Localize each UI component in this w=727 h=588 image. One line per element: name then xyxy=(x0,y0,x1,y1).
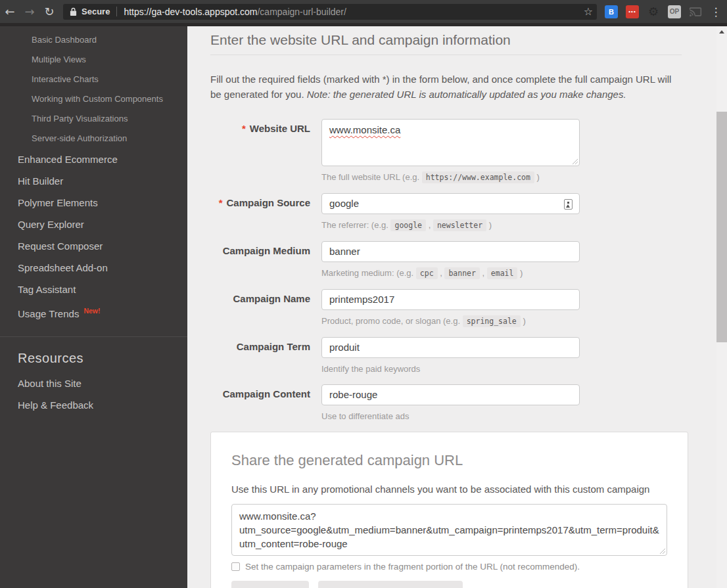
field-label: *Campaign Source xyxy=(210,193,310,231)
sidebar-subitem-multiple-views[interactable]: Multiple Views xyxy=(0,50,187,70)
sidebar-divider xyxy=(0,336,187,337)
form-row-campaign-source: *Campaign SourcegoogleThe referrer: (e.g… xyxy=(210,193,682,231)
required-asterisk: * xyxy=(242,123,246,134)
field-label: Campaign Name xyxy=(210,289,310,327)
share-subtitle: Use this URL in any promotional channels… xyxy=(231,484,667,495)
sidebar-item-enhanced-ecommerce[interactable]: Enhanced Ecommerce xyxy=(0,148,187,170)
field-label: Campaign Medium xyxy=(210,241,310,279)
sidebar-item-query-explorer[interactable]: Query Explorer xyxy=(0,214,187,235)
generated-url-text: www.monsite.ca?​utm_source=google&utm_me… xyxy=(239,510,659,549)
field-help: The referrer: (e.g. google , newsletter … xyxy=(321,219,580,231)
scroll-up-arrow[interactable] xyxy=(719,30,724,34)
campaign-form: *Website URLwww.monsite.caThe full websi… xyxy=(210,119,682,422)
form-row-campaign-term: Campaign TermproduitIdentify the paid ke… xyxy=(210,337,682,374)
sidebar-item-request-composer[interactable]: Request Composer xyxy=(0,235,187,257)
form-row-campaign-medium: Campaign MediumbannerMarketing medium: (… xyxy=(210,241,682,279)
blue-extension-icon[interactable]: B xyxy=(605,5,618,18)
op-extension-icon[interactable]: OP xyxy=(668,5,681,18)
input-value: google xyxy=(329,194,359,214)
main-content: Enter the website URL and campaign infor… xyxy=(187,26,716,588)
sidebar-subitem-basic-dashboard[interactable]: Basic Dashboard xyxy=(0,30,187,50)
code-chip: cpc xyxy=(416,267,438,279)
sidebar-resources-list: About this SiteHelp & Feedback xyxy=(0,373,187,416)
code-chip: https://www.example.com xyxy=(422,171,534,183)
share-title: Share the generated campaign URL xyxy=(231,451,667,470)
field-help: Identify the paid keywords xyxy=(321,363,580,374)
code-chip: banner xyxy=(444,267,480,279)
page-title: Enter the website URL and campaign infor… xyxy=(210,32,682,55)
form-row-website-url: *Website URLwww.monsite.caThe full websi… xyxy=(210,119,682,183)
shorten-url-button[interactable] xyxy=(318,581,463,588)
sidebar-demo-sublist: Basic DashboardMultiple ViewsInteractive… xyxy=(0,30,187,148)
sidebar: Basic DashboardMultiple ViewsInteractive… xyxy=(0,26,187,588)
address-bar[interactable]: Secure https://ga-dev-tools.appspot.com/… xyxy=(63,4,597,20)
input-value: robe-rouge xyxy=(329,385,377,405)
page-scrollbar[interactable] xyxy=(716,26,727,588)
generated-url-input[interactable]: www.monsite.ca?​utm_source=google&utm_me… xyxy=(231,504,667,556)
browser-toolbar: ← → ↻ Secure https://ga-dev-tools.appspo… xyxy=(0,0,727,23)
field-help: Use to differentiate ads xyxy=(321,411,580,422)
forward-icon[interactable]: → xyxy=(20,5,39,18)
code-chip: google xyxy=(390,219,426,231)
fragment-option-row: Set the campaign parameters in the fragm… xyxy=(231,561,667,573)
gear-extension-icon[interactable]: ⚙ xyxy=(647,5,660,18)
scrollbar-thumb[interactable] xyxy=(716,112,727,342)
field-help: Marketing medium: (e.g. cpc , banner , e… xyxy=(321,267,580,279)
intro-text: Fill out the required fields (marked wit… xyxy=(210,72,682,102)
share-buttons-row xyxy=(231,581,667,588)
sidebar-subitem-working-with-custom-components[interactable]: Working with Custom Components xyxy=(0,89,187,109)
browser-menu-icon[interactable]: ⋮ xyxy=(707,5,724,18)
new-badge: New! xyxy=(83,307,100,315)
sidebar-item-usage-trends[interactable]: Usage TrendsNew! xyxy=(0,300,187,322)
campaign-medium-input[interactable]: banner xyxy=(321,241,580,262)
sidebar-item-tag-assistant[interactable]: Tag Assistant xyxy=(0,279,187,300)
resize-handle[interactable] xyxy=(659,547,665,554)
resources-heading: Resources xyxy=(0,349,187,367)
input-value: printemps2017 xyxy=(329,290,394,309)
fragment-checkbox-label: Set the campaign parameters in the fragm… xyxy=(245,561,580,573)
resize-handle[interactable] xyxy=(571,158,578,164)
sidebar-item-help-feedback[interactable]: Help & Feedback xyxy=(0,394,187,416)
sidebar-subitem-third-party-visualizations[interactable]: Third Party Visualizations xyxy=(0,109,187,129)
website-url-input[interactable]: www.monsite.ca xyxy=(321,119,580,166)
security-label: Secure xyxy=(82,7,110,16)
copy-url-button[interactable] xyxy=(231,581,309,588)
code-chip: email xyxy=(487,267,518,279)
campaign-content-input[interactable]: robe-rouge xyxy=(321,384,580,405)
campaign-name-input[interactable]: printemps2017 xyxy=(321,289,580,310)
code-chip: newsletter xyxy=(433,219,486,231)
url-text: https://ga-dev-tools.appspot.com/campaig… xyxy=(124,7,578,17)
input-value: banner xyxy=(329,242,360,261)
field-help: The full website URL (e.g. https://www.e… xyxy=(321,171,580,183)
campaign-source-input[interactable]: google xyxy=(321,193,580,214)
lock-icon xyxy=(70,7,77,16)
field-label: *Website URL xyxy=(210,119,310,183)
sidebar-main-list: Enhanced EcommerceHit BuilderPolymer Ele… xyxy=(0,148,187,322)
cast-icon[interactable] xyxy=(689,5,702,18)
field-label: Campaign Term xyxy=(210,337,310,374)
input-value: produit xyxy=(329,338,360,357)
fragment-checkbox[interactable] xyxy=(231,562,240,571)
bookmark-star-icon[interactable]: ☆ xyxy=(584,5,593,18)
back-icon[interactable]: ← xyxy=(0,5,20,18)
code-chip: spring_sale xyxy=(463,315,521,327)
share-card: Share the generated campaign URL Use thi… xyxy=(210,432,688,588)
campaign-term-input[interactable]: produit xyxy=(321,337,580,358)
field-help: Product, promo code, or slogan (e.g. spr… xyxy=(321,315,580,327)
address-separator xyxy=(116,7,117,16)
form-row-campaign-content: Campaign Contentrobe-rougeUse to differe… xyxy=(210,384,682,422)
input-value: www.monsite.ca xyxy=(329,124,400,135)
sidebar-subitem-interactive-charts[interactable]: Interactive Charts xyxy=(0,70,187,89)
form-row-campaign-name: Campaign Nameprintemps2017Product, promo… xyxy=(210,289,682,327)
autofill-icon[interactable] xyxy=(564,199,573,210)
sidebar-subitem-server-side-authorization[interactable]: Server-side Authorization xyxy=(0,129,187,148)
sidebar-item-spreadsheet-add-on[interactable]: Spreadsheet Add-on xyxy=(0,257,187,279)
field-label: Campaign Content xyxy=(210,384,310,422)
sidebar-item-about-this-site[interactable]: About this Site xyxy=(0,373,187,394)
required-asterisk: * xyxy=(219,197,223,208)
reload-icon[interactable]: ↻ xyxy=(39,5,59,18)
sidebar-item-hit-builder[interactable]: Hit Builder xyxy=(0,170,187,192)
sidebar-item-polymer-elements[interactable]: Polymer Elements xyxy=(0,192,187,214)
red-extension-icon[interactable]: ••• xyxy=(626,5,639,18)
